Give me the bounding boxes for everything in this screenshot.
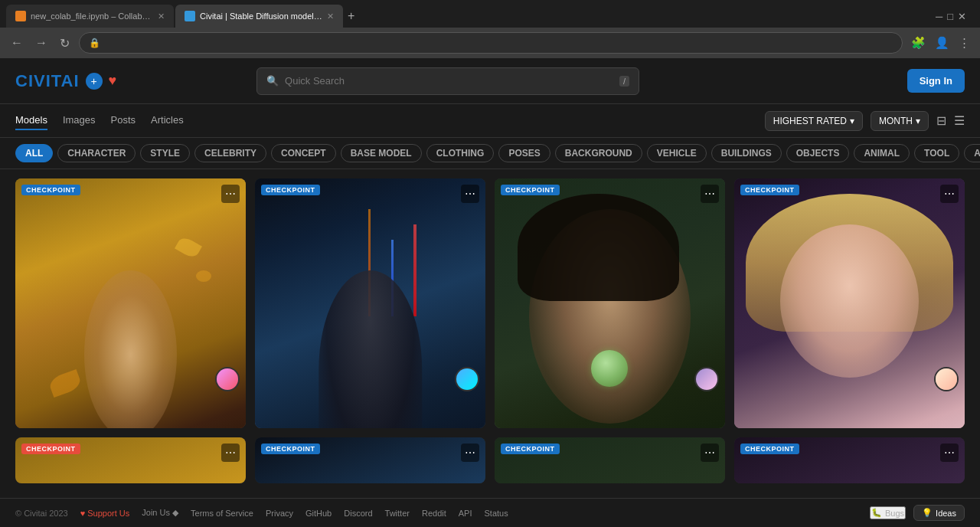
nav-posts[interactable]: Posts (111, 111, 136, 130)
reload-button[interactable]: ↻ (57, 33, 73, 54)
highest-rated-button[interactable]: HIGHEST RATED ▾ (765, 111, 863, 131)
cat-tool[interactable]: TOOL (914, 144, 959, 162)
logo-text[interactable]: CIVITAI (15, 71, 80, 91)
reddit-link[interactable]: Reddit (422, 509, 446, 518)
cat-concept[interactable]: CONCEPT (271, 144, 336, 162)
api-link[interactable]: API (459, 509, 472, 518)
highest-rated-label: HIGHEST RATED (773, 116, 847, 126)
checkpoint-badge-xxmix: CHECKPOINT (740, 185, 799, 195)
card-menu-dreamshaper[interactable]: ⋯ (221, 185, 240, 203)
tab-favicon-civitai (185, 11, 195, 21)
support-link[interactable]: ♥ Support Us (80, 509, 130, 518)
cat-base-model[interactable]: BASE MODEL (341, 144, 422, 162)
avatar-epic (694, 367, 719, 391)
category-bar: ALL CHARACTER STYLE CELEBRITY CONCEPT BA… (0, 138, 980, 169)
nav-articles[interactable]: Articles (151, 111, 184, 130)
model-card-8[interactable]: CHECKPOINT ⋯ (734, 437, 965, 483)
app-footer: © Civitai 2023 ♥ Support Us Join Us ◆ Te… (0, 498, 980, 527)
model-card-7[interactable]: CHECKPOINT ⋯ (495, 437, 725, 483)
browser-actions: 🧩 👤 ⋮ (909, 34, 972, 52)
discord-link[interactable]: Discord (344, 509, 372, 518)
tab-close-civitai[interactable]: ✕ (327, 11, 334, 21)
model-card-cetus[interactable]: CHECKPOINT ⋯ Cetus-Mix ★★★★★ 225 ♥ 2.7K … (255, 178, 485, 428)
cat-style[interactable]: STYLE (140, 144, 190, 162)
tab-civitai[interactable]: Civitai | Stable Diffusion models... ✕ (175, 5, 343, 28)
terms-link[interactable]: Terms of Service (191, 509, 253, 518)
model-card-5[interactable]: CHECKPOINT ⋯ (15, 437, 246, 483)
search-icon: 🔍 (266, 75, 279, 87)
cat-vehicle[interactable]: VEHICLE (647, 144, 707, 162)
extensions-button[interactable]: 🧩 (909, 34, 928, 52)
nav-models[interactable]: Models (15, 111, 47, 130)
card-menu-7[interactable]: ⋯ (701, 444, 719, 462)
card-menu-6[interactable]: ⋯ (461, 444, 479, 462)
grid-view-button[interactable]: ☰ (954, 113, 965, 128)
new-tab-button[interactable]: + (348, 9, 354, 23)
minimize-button[interactable]: ─ (936, 11, 942, 22)
search-bar[interactable]: 🔍 / (256, 67, 639, 95)
card-menu-xxmix[interactable]: ⋯ (940, 185, 959, 203)
status-link[interactable]: Status (484, 509, 508, 518)
search-shortcut: / (619, 76, 629, 87)
sign-in-button[interactable]: Sign In (907, 69, 965, 93)
checkpoint-badge-epic: CHECKPOINT (501, 185, 560, 195)
back-button[interactable]: ← (8, 33, 26, 53)
cat-background[interactable]: BACKGROUND (555, 144, 642, 162)
close-window-button[interactable]: ✕ (958, 11, 966, 22)
profile-button[interactable]: 👤 (933, 34, 952, 52)
model-card-xxmix[interactable]: CHECKPOINT ⋯ XXMix_9realistic ★★★★★ 193 … (734, 178, 965, 428)
cat-all[interactable]: ALL (15, 144, 53, 162)
tab-close-colab[interactable]: ✕ (158, 11, 165, 21)
footer-right: 🐛 Bugs 💡 Ideas (870, 505, 965, 521)
github-link[interactable]: GitHub (305, 509, 332, 518)
cat-animal[interactable]: ANIMAL (854, 144, 910, 162)
cat-buildings[interactable]: BUILDINGS (711, 144, 782, 162)
model-card-epic[interactable]: CHECKPOINT ⋯ epiCRealism ★★★★★ 305 ♥ 3.4… (495, 178, 725, 428)
browser-toolbar: ← → ↻ 🔒 civitai.com 🧩 👤 ⋮ (0, 28, 980, 58)
period-chevron-icon: ▾ (916, 116, 920, 126)
header-right: Sign In (907, 69, 965, 93)
support-heart-icon: ♥ (80, 509, 88, 518)
logo-add-button[interactable]: + (86, 73, 103, 90)
model-card-6[interactable]: CHECKPOINT ⋯ (255, 437, 485, 483)
filter-icon-button[interactable]: ⊟ (936, 113, 946, 128)
model-card-dreamshaper[interactable]: CHECKPOINT ⋯ DreamShaper ★★★★★ (15, 178, 246, 428)
civitai-app: CIVITAI + ♥ 🔍 / Sign In Models Images Po… (0, 58, 980, 518)
cat-objects[interactable]: OBJECTS (786, 144, 850, 162)
copyright-text: © Civitai 2023 (15, 509, 68, 518)
card-menu-cetus[interactable]: ⋯ (461, 185, 479, 203)
card-menu-5[interactable]: ⋯ (221, 444, 240, 462)
checkpoint-badge-cetus: CHECKPOINT (261, 185, 320, 195)
bugs-button[interactable]: 🐛 Bugs (870, 506, 906, 519)
join-icon: ◆ (172, 508, 178, 517)
url-input[interactable]: civitai.com (105, 38, 893, 48)
cat-character[interactable]: CHARACTER (57, 144, 136, 162)
period-button[interactable]: MONTH ▾ (871, 111, 929, 131)
avatar-dreamshaper (215, 367, 240, 391)
logo-heart-icon[interactable]: ♥ (109, 73, 117, 89)
maximize-button[interactable]: □ (947, 11, 953, 22)
lightbulb-icon: 💡 (922, 508, 933, 518)
logo: CIVITAI + ♥ (15, 71, 116, 91)
cat-poses[interactable]: POSES (498, 144, 550, 162)
browser-tabs: new_colab_file.ipynb – Collabora... ✕ Ci… (0, 0, 980, 28)
address-bar[interactable]: 🔒 civitai.com (79, 32, 903, 54)
tab-colab[interactable]: new_colab_file.ipynb – Collabora... ✕ (6, 5, 174, 28)
nav-filter: HIGHEST RATED ▾ MONTH ▾ ⊟ ☰ (765, 111, 965, 131)
cat-celebrity[interactable]: CELEBRITY (194, 144, 266, 162)
menu-button[interactable]: ⋮ (956, 34, 972, 52)
privacy-link[interactable]: Privacy (266, 509, 293, 518)
cat-action[interactable]: ACTION (964, 144, 980, 162)
bug-icon: 🐛 (871, 508, 882, 518)
ideas-button[interactable]: 💡 Ideas (913, 505, 965, 521)
cat-clothing[interactable]: CLOTHING (426, 144, 495, 162)
card-menu-8[interactable]: ⋯ (940, 444, 959, 462)
tab-label-civitai: Civitai | Stable Diffusion models... (200, 11, 322, 21)
forward-button[interactable]: → (32, 33, 51, 53)
twitter-link[interactable]: Twitter (385, 509, 410, 518)
browser-chrome: new_colab_file.ipynb – Collabora... ✕ Ci… (0, 0, 980, 58)
nav-images[interactable]: Images (63, 111, 96, 130)
search-input[interactable] (285, 75, 613, 87)
join-link[interactable]: Join Us ◆ (142, 508, 178, 518)
card-menu-epic[interactable]: ⋯ (701, 185, 719, 203)
